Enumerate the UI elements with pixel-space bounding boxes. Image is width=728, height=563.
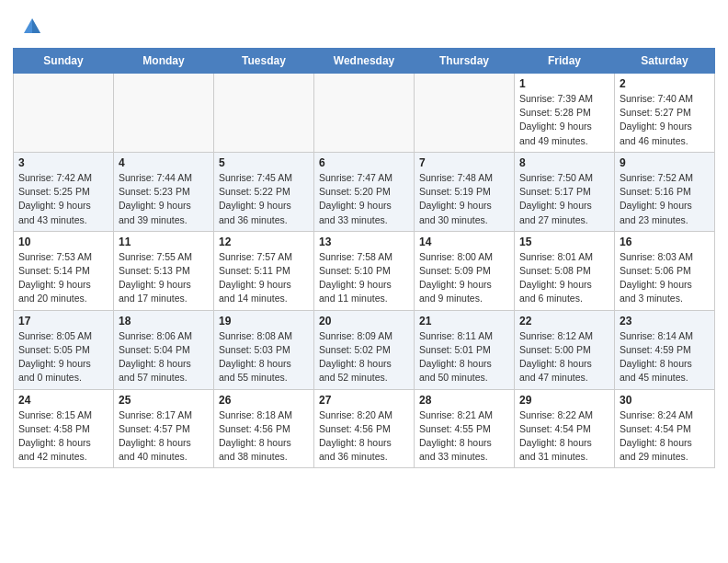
day-info: Sunrise: 8:06 AM Sunset: 5:04 PM Dayligh… [119,329,209,385]
calendar-week-0: 1Sunrise: 7:39 AM Sunset: 5:28 PM Daylig… [14,74,715,153]
weekday-header-sunday: Sunday [14,49,114,74]
day-number: 23 [620,315,710,327]
weekday-header-saturday: Saturday [615,49,715,74]
day-info: Sunrise: 8:22 AM Sunset: 4:54 PM Dayligh… [519,408,609,465]
day-info: Sunrise: 8:15 AM Sunset: 4:58 PM Dayligh… [18,408,108,465]
day-info: Sunrise: 7:55 AM Sunset: 5:13 PM Dayligh… [119,250,209,306]
calendar-week-1: 3Sunrise: 7:42 AM Sunset: 5:25 PM Daylig… [14,152,715,231]
calendar-cell [14,74,114,153]
day-number: 11 [119,236,209,248]
day-info: Sunrise: 7:42 AM Sunset: 5:25 PM Dayligh… [18,171,108,227]
day-number: 10 [18,236,108,248]
calendar-table: SundayMondayTuesdayWednesdayThursdayFrid… [13,48,715,468]
day-number: 30 [620,394,710,407]
day-number: 24 [18,394,108,407]
calendar-cell: 30Sunrise: 8:24 AM Sunset: 4:54 PM Dayli… [615,389,715,468]
calendar-cell: 4Sunrise: 7:44 AM Sunset: 5:23 PM Daylig… [114,152,214,231]
day-number: 17 [18,315,108,327]
day-number: 16 [620,236,710,248]
day-info: Sunrise: 8:24 AM Sunset: 4:54 PM Dayligh… [620,408,710,465]
calendar-cell: 3Sunrise: 7:42 AM Sunset: 5:25 PM Daylig… [14,152,114,231]
day-info: Sunrise: 8:21 AM Sunset: 4:55 PM Dayligh… [419,408,509,465]
day-number: 9 [620,156,710,169]
calendar-cell: 21Sunrise: 8:11 AM Sunset: 5:01 PM Dayli… [415,310,515,389]
weekday-header-row: SundayMondayTuesdayWednesdayThursdayFrid… [14,49,715,74]
day-number: 15 [519,236,609,248]
day-number: 1 [519,77,609,90]
day-info: Sunrise: 8:08 AM Sunset: 5:03 PM Dayligh… [219,329,309,385]
weekday-header-tuesday: Tuesday [214,49,314,74]
calendar-cell: 1Sunrise: 7:39 AM Sunset: 5:28 PM Daylig… [515,74,615,153]
day-number: 5 [219,156,309,169]
day-info: Sunrise: 7:47 AM Sunset: 5:20 PM Dayligh… [319,171,409,227]
day-info: Sunrise: 8:09 AM Sunset: 5:02 PM Dayligh… [319,329,409,385]
day-number: 2 [620,77,710,90]
day-info: Sunrise: 8:00 AM Sunset: 5:09 PM Dayligh… [419,250,509,306]
calendar-cell: 13Sunrise: 7:58 AM Sunset: 5:10 PM Dayli… [314,231,415,310]
calendar-cell: 25Sunrise: 8:17 AM Sunset: 4:57 PM Dayli… [114,389,214,468]
day-number: 8 [519,156,609,169]
weekday-header-wednesday: Wednesday [314,49,415,74]
day-info: Sunrise: 8:05 AM Sunset: 5:05 PM Dayligh… [18,329,108,385]
day-number: 26 [219,394,309,407]
calendar-cell: 18Sunrise: 8:06 AM Sunset: 5:04 PM Dayli… [114,310,214,389]
day-info: Sunrise: 7:52 AM Sunset: 5:16 PM Dayligh… [620,171,710,227]
day-number: 25 [119,394,209,407]
day-number: 13 [319,236,409,248]
calendar-cell: 20Sunrise: 8:09 AM Sunset: 5:02 PM Dayli… [314,310,415,389]
calendar-cell: 22Sunrise: 8:12 AM Sunset: 5:00 PM Dayli… [515,310,615,389]
calendar-cell: 23Sunrise: 8:14 AM Sunset: 4:59 PM Dayli… [615,310,715,389]
logo [22,17,46,40]
weekday-header-monday: Monday [114,49,214,74]
calendar-cell: 8Sunrise: 7:50 AM Sunset: 5:17 PM Daylig… [515,152,615,231]
day-number: 12 [219,236,309,248]
calendar-cell: 7Sunrise: 7:48 AM Sunset: 5:19 PM Daylig… [415,152,515,231]
day-info: Sunrise: 8:20 AM Sunset: 4:56 PM Dayligh… [319,408,409,465]
day-info: Sunrise: 7:48 AM Sunset: 5:19 PM Dayligh… [419,171,509,227]
day-number: 22 [519,315,609,327]
day-info: Sunrise: 7:40 AM Sunset: 5:27 PM Dayligh… [620,92,710,148]
calendar-body: 1Sunrise: 7:39 AM Sunset: 5:28 PM Daylig… [14,74,715,468]
day-number: 27 [319,394,409,407]
calendar-cell [314,74,415,153]
day-info: Sunrise: 7:58 AM Sunset: 5:10 PM Dayligh… [319,250,409,306]
day-number: 6 [319,156,409,169]
day-number: 14 [419,236,509,248]
day-number: 29 [519,394,609,407]
calendar-cell: 24Sunrise: 8:15 AM Sunset: 4:58 PM Dayli… [14,389,114,468]
day-info: Sunrise: 8:14 AM Sunset: 4:59 PM Dayligh… [620,329,710,385]
calendar-cell: 29Sunrise: 8:22 AM Sunset: 4:54 PM Dayli… [515,389,615,468]
day-info: Sunrise: 7:45 AM Sunset: 5:22 PM Dayligh… [219,171,309,227]
calendar-week-4: 24Sunrise: 8:15 AM Sunset: 4:58 PM Dayli… [14,389,715,468]
page-header [0,0,728,48]
day-number: 21 [419,315,509,327]
calendar-cell: 10Sunrise: 7:53 AM Sunset: 5:14 PM Dayli… [14,231,114,310]
calendar-week-2: 10Sunrise: 7:53 AM Sunset: 5:14 PM Dayli… [14,231,715,310]
day-info: Sunrise: 7:44 AM Sunset: 5:23 PM Dayligh… [119,171,209,227]
calendar-week-3: 17Sunrise: 8:05 AM Sunset: 5:05 PM Dayli… [14,310,715,389]
calendar-cell: 15Sunrise: 8:01 AM Sunset: 5:08 PM Dayli… [515,231,615,310]
day-number: 20 [319,315,409,327]
day-number: 19 [219,315,309,327]
calendar-cell [415,74,515,153]
day-number: 18 [119,315,209,327]
weekday-header-friday: Friday [515,49,615,74]
weekday-header-thursday: Thursday [415,49,515,74]
calendar-cell: 12Sunrise: 7:57 AM Sunset: 5:11 PM Dayli… [214,231,314,310]
day-info: Sunrise: 8:18 AM Sunset: 4:56 PM Dayligh… [219,408,309,465]
day-number: 7 [419,156,509,169]
day-info: Sunrise: 8:03 AM Sunset: 5:06 PM Dayligh… [620,250,710,306]
calendar-cell: 16Sunrise: 8:03 AM Sunset: 5:06 PM Dayli… [615,231,715,310]
calendar-cell: 11Sunrise: 7:55 AM Sunset: 5:13 PM Dayli… [114,231,214,310]
day-info: Sunrise: 8:11 AM Sunset: 5:01 PM Dayligh… [419,329,509,385]
day-info: Sunrise: 8:17 AM Sunset: 4:57 PM Dayligh… [119,408,209,465]
day-number: 28 [419,394,509,407]
svg-marker-1 [32,18,40,33]
calendar-cell: 2Sunrise: 7:40 AM Sunset: 5:27 PM Daylig… [615,74,715,153]
calendar-cell: 5Sunrise: 7:45 AM Sunset: 5:22 PM Daylig… [214,152,314,231]
day-info: Sunrise: 8:12 AM Sunset: 5:00 PM Dayligh… [519,329,609,385]
calendar-cell: 19Sunrise: 8:08 AM Sunset: 5:03 PM Dayli… [214,310,314,389]
day-info: Sunrise: 7:50 AM Sunset: 5:17 PM Dayligh… [519,171,609,227]
calendar-cell [114,74,214,153]
day-info: Sunrise: 7:53 AM Sunset: 5:14 PM Dayligh… [18,250,108,306]
